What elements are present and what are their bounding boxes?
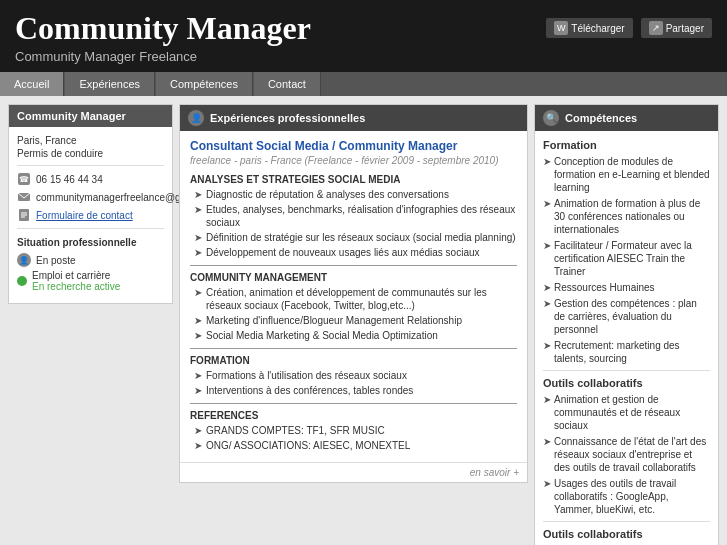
list-item: ➤Formations à l'utilisation des réseaux … xyxy=(190,369,517,382)
comp-item: ➤Connaissance de l'état de l'art des rés… xyxy=(543,435,710,474)
list-item: ➤Définition de stratégie sur les réseaux… xyxy=(190,231,517,244)
competences-header: 🔍 Compétences xyxy=(535,105,718,131)
email-address: communitymanagerfreelance@g... xyxy=(36,192,189,203)
comp-text: Animation de formation à plus de 30 conf… xyxy=(554,197,710,236)
bullet-text: Formations à l'utilisation des réseaux s… xyxy=(206,369,407,382)
arrow-icon: ➤ xyxy=(194,330,202,341)
experiences-body: Consultant Social Media / Community Mana… xyxy=(180,131,527,462)
list-item: ➤Etudes, analyses, benchmarks, réalisati… xyxy=(190,203,517,229)
list-item: ➤Marketing d'influence/Blogueur Manageme… xyxy=(190,314,517,327)
bullet-text: Développement de nouveaux usages liés au… xyxy=(206,246,480,259)
category-community: COMMUNITY MANAGEMENT ➤Création, animatio… xyxy=(190,272,517,342)
category-title-analyses: ANALYSES ET STRATEGIES SOCIAL MEDIA xyxy=(190,174,517,185)
bullet-text: Interventions à des conférences, tables … xyxy=(206,384,413,397)
job-meta: freelance - paris - France (Freelance - … xyxy=(190,155,517,166)
share-icon: ↗ xyxy=(649,21,663,35)
experiences-icon: 👤 xyxy=(188,110,204,126)
arrow-icon: ➤ xyxy=(194,385,202,396)
category-analyses: ANALYSES ET STRATEGIES SOCIAL MEDIA ➤Dia… xyxy=(190,174,517,259)
category-references: REFERENCES ➤GRANDS COMPTES: TF1, SFR MUS… xyxy=(190,410,517,452)
arrow-icon: ➤ xyxy=(543,394,551,405)
comp-text: Gestion des compétences : plan de carriè… xyxy=(554,297,710,336)
list-item: ➤Diagnostic de réputation & analyses des… xyxy=(190,188,517,201)
bullet-text: Etudes, analyses, benchmarks, réalisatio… xyxy=(206,203,517,229)
comp-category-formation: Formation xyxy=(543,139,710,151)
email-contact: communitymanagerfreelance@g... xyxy=(17,190,164,204)
arrow-icon: ➤ xyxy=(543,156,551,167)
career-item: Emploi et carrière En recherche active xyxy=(17,270,164,292)
career-label: Emploi et carrière xyxy=(32,270,120,281)
arrow-icon: ➤ xyxy=(543,298,551,309)
phone-number: 06 15 46 44 34 xyxy=(36,174,103,185)
competences-section: 🔍 Compétences Formation ➤Conception de m… xyxy=(534,104,719,545)
list-item: ➤Social Media Marketing & Social Media O… xyxy=(190,329,517,342)
person-icon: 👤 xyxy=(17,253,31,267)
profile-permit: Permis de conduire xyxy=(17,148,164,159)
download-button[interactable]: W Télécharger xyxy=(546,18,632,38)
download-icon: W xyxy=(554,21,568,35)
competences-icon: 🔍 xyxy=(543,110,559,126)
comp-item: ➤Conception de modules de formation en e… xyxy=(543,155,710,194)
status-label: En poste xyxy=(36,255,75,266)
arrow-icon: ➤ xyxy=(543,436,551,447)
bullet-text: Marketing d'influence/Blogueur Managemen… xyxy=(206,314,462,327)
arrow-icon: ➤ xyxy=(194,247,202,258)
arrow-icon: ➤ xyxy=(543,240,551,251)
contact-form-text[interactable]: Formulaire de contact xyxy=(36,210,133,221)
comp-text: Conception de modules de formation en e-… xyxy=(554,155,710,194)
left-sidebar: Community Manager Paris, France Permis d… xyxy=(8,104,173,545)
experiences-section: 👤 Expériences professionnelles Consultan… xyxy=(179,104,528,483)
arrow-icon: ➤ xyxy=(543,282,551,293)
job-title: Consultant Social Media / Community Mana… xyxy=(190,139,517,153)
nav-item-competences[interactable]: Compétences xyxy=(156,72,253,96)
form-icon xyxy=(17,208,31,222)
profile-section: Community Manager Paris, France Permis d… xyxy=(8,104,173,304)
page-subtitle: Community Manager Freelance xyxy=(15,49,311,64)
bullet-text: GRANDS COMPTES: TF1, SFR MUSIC xyxy=(206,424,385,437)
comp-item: ➤Usages des outils de travail collaborat… xyxy=(543,477,710,516)
arrow-icon: ➤ xyxy=(543,340,551,351)
career-status: En recherche active xyxy=(32,281,120,292)
arrow-icon: ➤ xyxy=(194,189,202,200)
main-content: Community Manager Paris, France Permis d… xyxy=(0,96,727,545)
arrow-icon: ➤ xyxy=(194,440,202,451)
svg-text:☎: ☎ xyxy=(19,175,29,184)
category-title-references: REFERENCES xyxy=(190,410,517,421)
situation-title: Situation professionnelle xyxy=(17,237,164,248)
comp-category-outils1: Outils collaboratifs xyxy=(543,377,710,389)
bullet-text: Diagnostic de réputation & analyses des … xyxy=(206,188,449,201)
category-title-community: COMMUNITY MANAGEMENT xyxy=(190,272,517,283)
contact-form-link[interactable]: Formulaire de contact xyxy=(17,208,164,222)
email-icon xyxy=(17,190,31,204)
bullet-text: Social Media Marketing & Social Media Op… xyxy=(206,329,438,342)
right-sidebar: 🔍 Compétences Formation ➤Conception de m… xyxy=(534,104,719,545)
arrow-icon: ➤ xyxy=(543,478,551,489)
comp-text: Animation et gestion de communautés et d… xyxy=(554,393,710,432)
arrow-icon: ➤ xyxy=(194,315,202,326)
read-more[interactable]: en savoir + xyxy=(180,462,527,482)
header-left: Community Manager Community Manager Free… xyxy=(15,10,311,64)
situation-status: 👤 En poste xyxy=(17,253,164,267)
list-item: ➤GRANDS COMPTES: TF1, SFR MUSIC xyxy=(190,424,517,437)
profile-section-header: Community Manager xyxy=(9,105,172,127)
comp-text: Facilitateur / Formateur avec la certifi… xyxy=(554,239,710,278)
nav-item-contact[interactable]: Contact xyxy=(254,72,321,96)
page-title: Community Manager xyxy=(15,10,311,47)
experiences-title: Expériences professionnelles xyxy=(210,112,365,124)
bullet-text: Définition de stratégie sur les réseaux … xyxy=(206,231,516,244)
profile-location: Paris, France xyxy=(17,135,164,146)
nav-item-accueil[interactable]: Accueil xyxy=(0,72,64,96)
nav-item-experiences[interactable]: Expériences xyxy=(65,72,155,96)
share-button[interactable]: ↗ Partager xyxy=(641,18,712,38)
comp-item: ➤Recrutement: marketing des talents, sou… xyxy=(543,339,710,365)
competences-body: Formation ➤Conception de modules de form… xyxy=(535,131,718,545)
comp-text: Connaissance de l'état de l'art des rése… xyxy=(554,435,710,474)
phone-contact: ☎ 06 15 46 44 34 xyxy=(17,172,164,186)
comp-item: ➤Facilitateur / Formateur avec la certif… xyxy=(543,239,710,278)
category-formation: FORMATION ➤Formations à l'utilisation de… xyxy=(190,355,517,397)
header-actions: W Télécharger ↗ Partager xyxy=(546,18,712,38)
arrow-icon: ➤ xyxy=(194,232,202,243)
comp-text: Usages des outils de travail collaborati… xyxy=(554,477,710,516)
comp-item: ➤Ressources Humaines xyxy=(543,281,710,294)
arrow-icon: ➤ xyxy=(194,204,202,215)
